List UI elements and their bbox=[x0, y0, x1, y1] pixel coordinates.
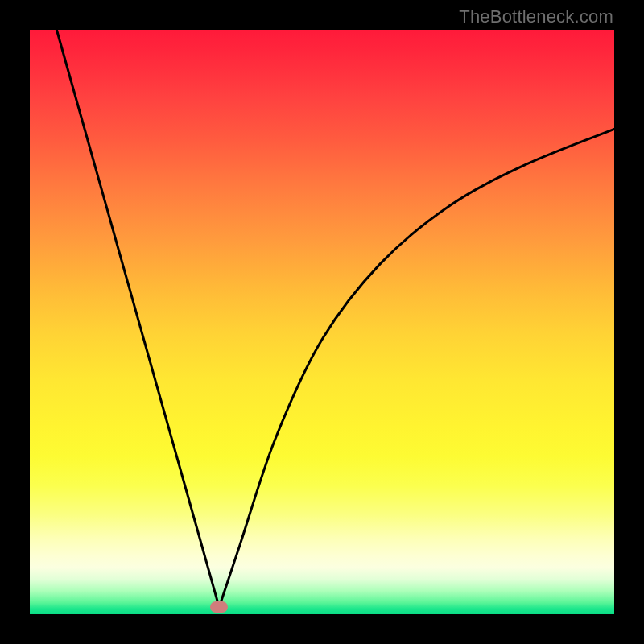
minimum-marker bbox=[210, 601, 228, 613]
chart-frame: TheBottleneck.com bbox=[0, 0, 644, 644]
gradient-background bbox=[30, 30, 614, 614]
plot-area bbox=[30, 30, 614, 614]
watermark-text: TheBottleneck.com bbox=[459, 6, 613, 27]
